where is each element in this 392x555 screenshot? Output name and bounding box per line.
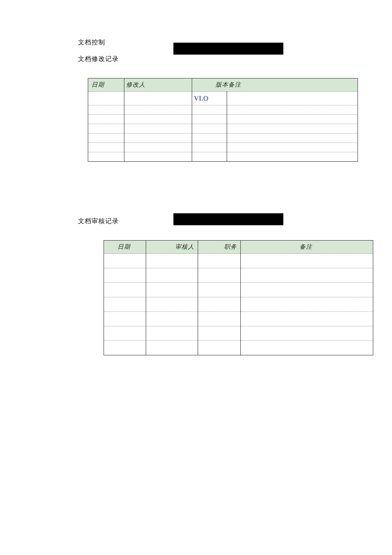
mod-cell-date [88,105,124,115]
table-row [88,143,358,152]
rev-cell-reviewer [146,268,198,283]
rev-cell-position [198,297,241,312]
rev-cell-remark [241,312,373,326]
table-row [104,254,373,268]
redaction-bar-2 [173,213,283,225]
mod-cell-remark [227,143,358,152]
mod-cell-date [88,134,124,143]
rev-cell-remark [241,283,373,297]
rev-cell-position [198,283,241,297]
review-table: 日期 审核人 职务 备注 [104,240,373,355]
rev-cell-remark [241,268,373,283]
mod-cell-remark [227,124,358,134]
table-row [88,115,358,124]
mod-cell-date [88,152,124,162]
rev-header-position: 职务 [198,241,241,254]
rev-cell-reviewer [146,254,198,268]
table-row [104,312,373,326]
redaction-bar-1 [173,43,283,55]
mod-cell-modifier [124,134,192,143]
rev-cell-date [104,297,146,312]
mod-header-modifier: 修改人 [124,78,192,92]
table-row [88,152,358,162]
rev-header-reviewer: 审核人 [146,241,198,254]
rev-cell-position [198,312,241,326]
table-row [88,124,358,134]
mod-cell-version [192,134,227,143]
modification-table: 日期 修改人 版本备注 VI.O [88,78,358,162]
mod-cell-modifier [124,152,192,162]
mod-cell-version [192,124,227,134]
mod-cell-remark [227,152,358,162]
mod-cell-date [88,115,124,124]
modification-table-wrapper: 日期 修改人 版本备注 VI.O [88,78,392,162]
rev-cell-date [104,254,146,268]
mod-cell-version [192,105,227,115]
rev-cell-remark [241,326,373,341]
mod-cell-date [88,92,124,105]
table-row [88,105,358,115]
rev-header-date: 日期 [104,241,146,254]
rev-cell-position [198,341,241,355]
mod-cell-version [192,115,227,124]
mod-cell-version [192,152,227,162]
heading-doc-mod-record: 文档修改记录 [78,55,392,63]
rev-cell-remark [241,341,373,355]
table-row: VI.O [88,92,358,105]
rev-cell-date [104,326,146,341]
mod-header-version-remark: 版本备注 [192,78,358,92]
rev-cell-reviewer [146,283,198,297]
mod-cell-remark [227,134,358,143]
mod-cell-modifier [124,92,192,105]
mod-cell-modifier [124,115,192,124]
rev-cell-date [104,312,146,326]
mod-cell-modifier [124,124,192,134]
rev-cell-date [104,283,146,297]
mod-cell-modifier [124,105,192,115]
mod-cell-version [192,143,227,152]
table-row [88,134,358,143]
table-row [104,326,373,341]
table-row [104,283,373,297]
table-row [104,297,373,312]
rev-cell-reviewer [146,297,198,312]
rev-cell-position [198,268,241,283]
mod-cell-remark [227,115,358,124]
rev-cell-reviewer [146,341,198,355]
rev-cell-remark [241,254,373,268]
mod-cell-version: VI.O [192,92,227,105]
mod-cell-remark [227,92,358,105]
mod-cell-modifier [124,143,192,152]
rev-cell-position [198,326,241,341]
mod-cell-remark [227,105,358,115]
mod-cell-date [88,143,124,152]
rev-cell-remark [241,297,373,312]
rev-cell-reviewer [146,312,198,326]
review-table-wrapper: 日期 审核人 职务 备注 [88,240,392,355]
rev-cell-date [104,268,146,283]
table-row [104,341,373,355]
rev-cell-reviewer [146,326,198,341]
table-row [104,268,373,283]
mod-cell-date [88,124,124,134]
mod-header-date: 日期 [88,78,124,92]
rev-cell-position [198,254,241,268]
rev-cell-date [104,341,146,355]
rev-header-remark: 备注 [241,241,373,254]
